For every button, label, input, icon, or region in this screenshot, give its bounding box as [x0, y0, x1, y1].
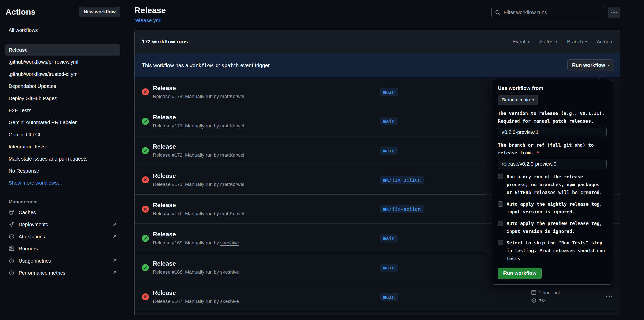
filter-event[interactable]: Event ▾	[513, 39, 529, 45]
run-workflow-submit-button[interactable]: Run workflow	[498, 268, 542, 279]
success-icon	[142, 235, 151, 242]
management-item-usage-metrics[interactable]: Usage metrics ↗	[5, 255, 120, 267]
management-item-runners[interactable]: Runners	[5, 243, 120, 254]
branch-select-button[interactable]: Branch: main ▾	[498, 95, 538, 105]
new-workflow-button[interactable]: New workflow	[79, 7, 120, 17]
run-summary: Release Release #167: Manually run by sk…	[151, 289, 373, 304]
filter-actor[interactable]: Actor ▾	[597, 39, 612, 45]
cache-icon	[9, 209, 15, 215]
branch-badge[interactable]: main	[380, 88, 398, 96]
sidebar-workflow-label: Gemini Automated PR Labeler	[9, 120, 77, 125]
branch-badge[interactable]: mk/fix-action	[380, 205, 424, 213]
actor-link[interactable]: mattKorwel	[220, 152, 244, 158]
branch-badge[interactable]: main	[380, 264, 398, 272]
success-icon	[142, 118, 151, 125]
main-content: Release release.yml 172 workflow runs Ev…	[125, 0, 644, 320]
sidebar-item-no-response[interactable]: No Response	[5, 165, 120, 177]
run-title-link[interactable]: Release	[153, 231, 373, 238]
branch-badge[interactable]: main	[380, 234, 398, 242]
sidebar-workflow-label: Deploy GitHub Pages	[9, 95, 57, 101]
run-summary: Release Release #174: Manually run by ma…	[151, 85, 373, 100]
sidebar-item-release[interactable]: Release	[5, 44, 120, 56]
run-title-link[interactable]: Release	[153, 172, 373, 179]
workflow-options-kebab-button[interactable]	[608, 7, 620, 18]
branch-badge[interactable]: main	[380, 293, 398, 301]
success-icon	[142, 147, 151, 154]
sidebar-item-e2e-tests[interactable]: E2E Tests	[5, 105, 120, 116]
run-subtitle: Release #173: Manually run by mattKorwel	[153, 123, 373, 129]
run-title-link[interactable]: Release	[153, 289, 373, 296]
branch-badge[interactable]: main	[380, 117, 398, 125]
sidebar-divider	[6, 40, 120, 40]
sidebar-item-gemini-automated-pr-labeler[interactable]: Gemini Automated PR Labeler	[5, 117, 120, 128]
panel-checkbox-row: Auto apply the preview release tag, inpu…	[498, 219, 607, 235]
actor-link[interactable]: skeshive	[220, 299, 239, 304]
sidebar-item-deploy-github-pages[interactable]: Deploy GitHub Pages	[5, 93, 120, 104]
management-list: Caches Deployments ↗ Attestations ↗ Runn…	[5, 207, 120, 279]
kebab-icon	[611, 12, 617, 13]
run-summary: Release Release #170: Manually run by ma…	[151, 202, 373, 216]
sidebar-item-all-workflows[interactable]: All workflows	[5, 25, 120, 36]
server-icon	[9, 246, 15, 252]
sidebar-item-integration-tests[interactable]: Integration Tests	[5, 141, 120, 152]
checkbox-label: Auto apply the nightly release tag, inpu…	[507, 200, 605, 216]
run-workflow-dropdown-label: Run workflow	[572, 62, 605, 68]
actor-link[interactable]: skeshive	[220, 240, 239, 245]
sidebar: Actions New workflow All workflows Relea…	[0, 0, 125, 320]
workflow-dispatch-code: workflow_dispatch	[190, 62, 239, 68]
branch-badge[interactable]: mk/fix-action	[380, 176, 424, 184]
filter-workflow-runs-input[interactable]	[503, 10, 601, 15]
checkbox[interactable]	[498, 221, 503, 226]
chevron-down-icon: ▾	[532, 98, 534, 102]
management-item-caches[interactable]: Caches	[5, 207, 120, 218]
meter-icon	[9, 258, 15, 264]
actor-link[interactable]: mattKorwel	[220, 182, 244, 187]
actor-link[interactable]: mattKorwel	[220, 94, 244, 99]
workflow-title-block: Release release.yml	[134, 6, 166, 23]
sidebar-item-mark-stale-issues-and-pull-requests[interactable]: Mark stale issues and pull requests	[5, 153, 120, 165]
workflow-run-row[interactable]: Release Release #167: Manually run by sk…	[135, 282, 620, 311]
filter-status[interactable]: Status ▾	[539, 39, 557, 45]
checkbox-label: Select to skip the "Run Tests" step in t…	[507, 239, 605, 262]
ref-field-label: The branch or ref (full git sha) to rele…	[498, 141, 607, 157]
management-item-label: Usage metrics	[19, 258, 51, 264]
sidebar-workflow-label: .github/workflows/trusted-ci.yml	[9, 71, 79, 77]
management-item-performance-metrics[interactable]: Performance metrics ↗	[5, 267, 120, 279]
chevron-down-icon: ▾	[611, 40, 612, 44]
runs-list-header: 172 workflow runs Event ▾Status ▾Branch …	[135, 30, 620, 53]
sidebar-workflow-label: E2E Tests	[9, 108, 31, 113]
ref-input[interactable]	[498, 159, 607, 169]
run-title-link[interactable]: Release	[153, 260, 373, 267]
checkbox[interactable]	[498, 240, 503, 245]
branch-badge[interactable]: main	[380, 147, 398, 155]
actor-link[interactable]: mattKorwel	[220, 123, 244, 129]
run-subtitle: Release #167: Manually run by skeshive	[153, 299, 373, 304]
sidebar-item-gemini-cli-ci[interactable]: Gemini CLI CI	[5, 129, 120, 140]
management-item-attestations[interactable]: Attestations ↗	[5, 231, 120, 242]
sidebar-item--github-workflows-pr-review-yml[interactable]: .github/workflows/pr-review.yml	[5, 56, 120, 68]
workflow-file-link[interactable]: release.yml	[134, 17, 161, 23]
sidebar-item-dependabot-updates[interactable]: Dependabot Updates	[5, 81, 120, 92]
version-input[interactable]	[498, 127, 607, 137]
management-item-deployments[interactable]: Deployments ↗	[5, 219, 120, 230]
chevron-down-icon: ▾	[528, 40, 529, 44]
sidebar-workflow-label: .github/workflows/pr-review.yml	[9, 59, 78, 65]
filter-branch[interactable]: Branch ▾	[567, 39, 587, 45]
run-kebab-button[interactable]	[606, 296, 612, 297]
checkbox[interactable]	[498, 201, 503, 207]
run-workflow-dropdown-button[interactable]: Run workflow ▾	[567, 59, 614, 71]
run-meta: 1 hour ago35s	[529, 290, 562, 304]
next-row-partial	[135, 311, 620, 315]
sidebar-header: Actions New workflow	[5, 7, 120, 17]
show-more-workflows-link[interactable]: Show more workflows...	[5, 177, 120, 189]
actor-link[interactable]: skeshive	[220, 269, 239, 275]
actor-link[interactable]: mattKorwel	[220, 211, 244, 216]
run-title-link[interactable]: Release	[153, 202, 373, 209]
sidebar-item--github-workflows-trusted-ci-yml[interactable]: .github/workflows/trusted-ci.yml	[5, 69, 120, 80]
run-title-link[interactable]: Release	[153, 85, 373, 92]
rocket-icon	[9, 221, 15, 228]
run-title-link[interactable]: Release	[153, 114, 373, 121]
checkbox[interactable]	[498, 174, 503, 179]
run-title-link[interactable]: Release	[153, 143, 373, 150]
management-item-label: Attestations	[19, 234, 45, 240]
